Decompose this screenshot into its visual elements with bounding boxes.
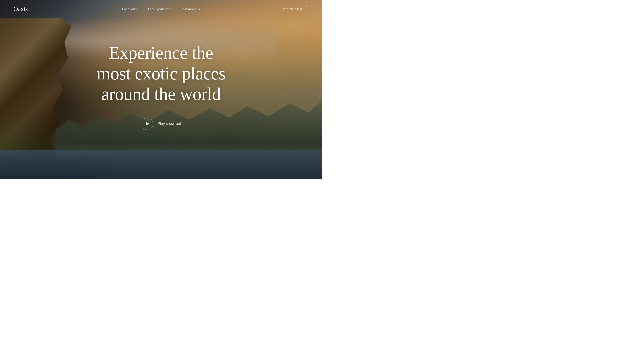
nav-link-testimonials[interactable]: Testimonials	[181, 7, 200, 11]
nav-link-experience[interactable]: The Expirience	[148, 7, 170, 11]
hero-title: Experience the most exotic places around…	[96, 43, 226, 104]
play-icon	[146, 122, 149, 126]
hero-content: Experience the most exotic places around…	[0, 0, 322, 179]
nav-links: Locations The Expirience Testimonials	[122, 7, 200, 11]
play-circle	[141, 118, 153, 130]
hero-title-line1: Experience the	[109, 43, 213, 63]
navbar: Oasis Locations The Expirience Testimoni…	[0, 0, 322, 18]
plan-trip-button[interactable]: Plan Your Trip	[275, 5, 308, 13]
hero-title-line3: around the world	[101, 84, 221, 104]
nav-link-locations[interactable]: Locations	[122, 7, 137, 11]
play-showreel-button[interactable]: Play showreel	[141, 118, 181, 130]
brand-logo[interactable]: Oasis	[14, 5, 28, 13]
play-label: Play showreel	[158, 122, 181, 126]
hero-title-line2: most exotic places	[96, 64, 226, 83]
